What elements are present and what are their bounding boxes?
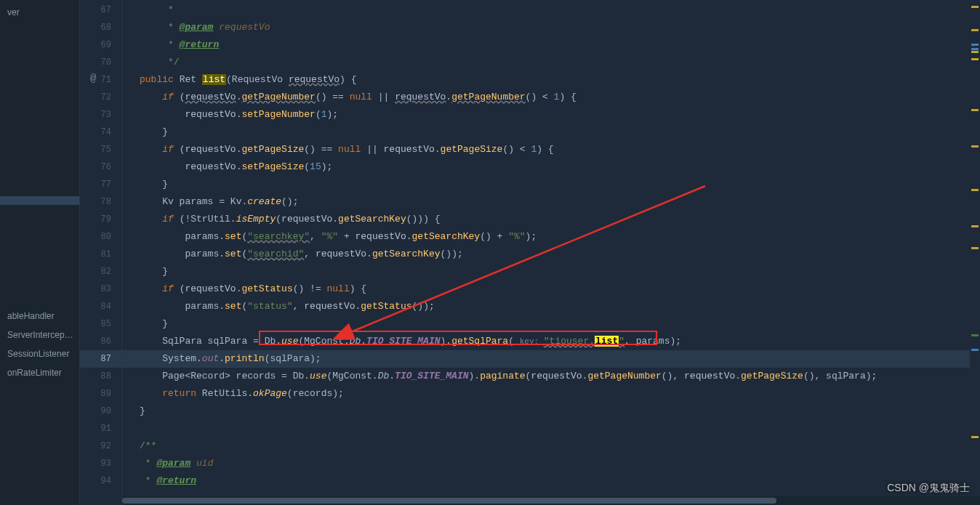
minimap-mark[interactable] (971, 145, 979, 148)
horizontal-scrollbar[interactable] (122, 496, 980, 505)
code-line[interactable]: requestVo.setPageNumber(1); (122, 106, 980, 124)
minimap-mark[interactable] (971, 109, 979, 111)
line-number[interactable]: 83 (80, 280, 121, 298)
editor-root: verableHandlerServerInterceptorSessionLi… (0, 0, 980, 505)
line-number[interactable]: 79 (80, 211, 121, 228)
line-number[interactable]: 77 (80, 176, 121, 193)
minimap-mark[interactable] (971, 51, 979, 53)
line-number[interactable]: 68 (80, 19, 121, 36)
code-line[interactable]: requestVo.setPageSize(15); (122, 158, 980, 176)
minimap-mark[interactable] (971, 334, 979, 336)
code-line[interactable]: */ (122, 54, 980, 71)
line-number[interactable]: 87 (80, 350, 121, 368)
line-number[interactable]: 70 (80, 54, 121, 71)
line-number[interactable]: 82 (80, 263, 121, 280)
line-number[interactable]: 76 (80, 158, 121, 176)
minimap-mark[interactable] (971, 48, 979, 50)
sidebar-item[interactable]: ServerInterceptor (0, 326, 79, 344)
line-number[interactable]: 92 (80, 437, 121, 455)
sidebar-item[interactable] (0, 196, 79, 205)
code-line[interactable]: return RetUtils.okPage(records); (122, 385, 980, 403)
code-line[interactable]: * (122, 1, 980, 19)
line-number[interactable]: 67 (80, 1, 121, 19)
line-number[interactable]: 72 (80, 89, 121, 106)
line-number[interactable]: 80 (80, 228, 121, 246)
line-number[interactable]: 69 (80, 36, 121, 54)
code-line[interactable]: } (122, 124, 980, 141)
sidebar-item[interactable]: ver (0, 3, 79, 22)
minimap-mark[interactable] (971, 6, 979, 8)
sidebar-item[interactable]: onRateLimiter (0, 363, 79, 382)
code-line[interactable]: params.set("searchid", requestVo.getSear… (122, 246, 980, 263)
error-stripe-minimap[interactable] (970, 0, 980, 480)
code-line[interactable]: } (122, 176, 980, 193)
minimap-mark[interactable] (971, 225, 979, 227)
minimap-mark[interactable] (971, 58, 979, 60)
code-line[interactable]: public Ret list(RequestVo requestVo) { (122, 71, 980, 89)
scrollbar-thumb[interactable] (122, 498, 776, 504)
code-line[interactable]: Page<Record> records = Db.use(MgConst.Db… (122, 368, 980, 385)
line-number[interactable]: 78 (80, 193, 121, 211)
code-line[interactable]: if (!StrUtil.isEmpty(requestVo.getSearch… (122, 211, 980, 228)
sidebar-item[interactable]: ableHandler (0, 307, 79, 326)
code-line[interactable]: params.set("searchkey", "%" + requestVo.… (122, 228, 980, 246)
line-number[interactable]: 89 (80, 385, 121, 403)
code-line[interactable]: } (122, 263, 980, 280)
code-line[interactable]: * @param uid (122, 455, 980, 472)
code-line[interactable]: * @param requestVo (122, 19, 980, 36)
line-number[interactable]: 71 (80, 71, 121, 89)
project-sidebar[interactable]: verableHandlerServerInterceptorSessionLi… (0, 0, 80, 505)
code-line[interactable]: /** (122, 437, 980, 455)
line-number[interactable]: 85 (80, 315, 121, 333)
code-line[interactable] (122, 420, 980, 437)
code-area[interactable]: * * @param requestVo * @return */public … (122, 0, 980, 490)
watermark-label: CSDN @鬼鬼骑士 (887, 482, 970, 495)
code-line[interactable]: if (requestVo.getStatus() != null) { (122, 280, 980, 298)
line-number[interactable]: 73 (80, 106, 121, 124)
minimap-mark[interactable] (971, 29, 979, 31)
code-editor[interactable]: * * @param requestVo * @return */public … (122, 0, 980, 505)
minimap-mark[interactable] (971, 349, 979, 351)
minimap-mark[interactable] (971, 189, 979, 191)
minimap-mark[interactable] (971, 247, 979, 249)
line-number[interactable]: 91 (80, 420, 121, 437)
line-number[interactable]: 88 (80, 368, 121, 385)
code-line[interactable]: Kv params = Kv.create(); (122, 193, 980, 211)
minimap-mark[interactable] (971, 436, 979, 438)
code-line[interactable]: if (requestVo.getPageNumber() == null ||… (122, 89, 980, 106)
minimap-mark[interactable] (971, 44, 979, 46)
code-line[interactable]: SqlPara sqlPara = Db.use(MgConst.Db.TIO_… (122, 333, 980, 350)
code-line[interactable]: } (122, 315, 980, 333)
line-number[interactable]: 86 (80, 333, 121, 350)
line-number[interactable]: 74 (80, 124, 121, 141)
line-number[interactable]: 75 (80, 141, 121, 158)
line-number[interactable]: 90 (80, 403, 121, 420)
code-line[interactable]: * @return (122, 36, 980, 54)
line-number[interactable]: 94 (80, 472, 121, 490)
line-number[interactable]: 84 (80, 298, 121, 315)
code-line[interactable]: if (requestVo.getPageSize() == null || r… (122, 141, 980, 158)
line-number[interactable]: 93 (80, 455, 121, 472)
code-line[interactable]: params.set("status", requestVo.getStatus… (122, 298, 980, 315)
line-number[interactable]: 81 (80, 246, 121, 263)
line-number-gutter[interactable]: 6768697071727374757677787980818283848586… (80, 0, 122, 505)
code-line[interactable]: } (122, 403, 980, 420)
sidebar-item[interactable]: SessionListener (0, 344, 79, 363)
code-line[interactable]: System.out.println(sqlPara); (122, 350, 980, 368)
code-line[interactable]: * @return (122, 472, 980, 490)
